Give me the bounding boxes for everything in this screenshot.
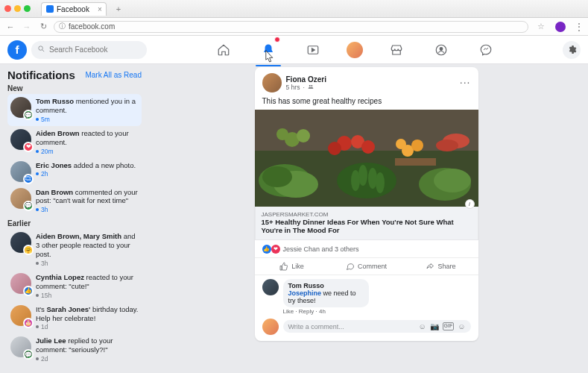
author-avatar[interactable] <box>262 73 282 93</box>
fb-logo[interactable]: f <box>7 40 27 60</box>
care-badge-icon: 🤗 <box>23 245 34 255</box>
like-button[interactable]: Like <box>255 258 329 275</box>
photo-badge-icon: ⿻ <box>23 174 34 184</box>
reaction-summary[interactable]: 👍 ❤ Jessie Chan and 3 others <box>262 245 471 254</box>
notification-item[interactable]: 💬 Tom Russo mentioned you in a comment. … <box>7 94 142 126</box>
feed: Fiona Ozeri 5 hrs · ··· This has some gr… <box>145 64 588 373</box>
nav-home-icon[interactable] <box>212 39 235 61</box>
comment-button[interactable]: Comment <box>329 258 404 275</box>
bookmark-star-icon[interactable]: ☆ <box>537 22 545 31</box>
comment-placeholder: Write a comment... <box>288 323 419 330</box>
notification-item[interactable]: ⿻ Eric Jones added a new photo. 2h <box>7 158 142 185</box>
post-image[interactable] <box>255 110 478 207</box>
comment-badge-icon: 💬 <box>23 201 34 211</box>
gif-icon[interactable]: GIF <box>443 322 455 330</box>
svg-point-29 <box>276 128 288 140</box>
window-maximize-button[interactable] <box>24 5 31 12</box>
notification-time: 2d <box>36 355 139 363</box>
author-name[interactable]: Fiona Ozeri <box>286 75 326 84</box>
svg-point-14 <box>368 168 377 189</box>
post-header: Fiona Ozeri 5 hrs · ··· <box>262 73 471 93</box>
browser-tab[interactable]: Facebook × <box>41 2 107 16</box>
link-domain: JASPERSMARKET.COM <box>262 211 472 218</box>
window-minimize-button[interactable] <box>14 5 21 12</box>
notification-time: 3h <box>36 206 139 213</box>
nav-center <box>151 39 558 61</box>
panel-title: Notifications <box>7 69 75 81</box>
search-input[interactable] <box>49 46 141 54</box>
link-title: 15+ Healthy Dinner Ideas For When You're… <box>262 218 472 235</box>
svg-point-16 <box>376 172 385 193</box>
info-icon[interactable]: i <box>465 199 475 209</box>
svg-point-5 <box>309 85 310 87</box>
commenter-name: Tom Russo <box>288 282 364 289</box>
address-bar[interactable]: ⓘ facebook.com <box>54 21 528 33</box>
nav-watch-icon[interactable] <box>302 39 324 61</box>
notification-item[interactable]: ❤ Aiden Brown reacted to your comment. 2… <box>7 126 142 158</box>
post-menu-button[interactable]: ··· <box>460 81 471 85</box>
comment-actions[interactable]: Like · Reply · 4h <box>283 308 391 315</box>
notification-text: Eric Jones added a new photo. <box>36 161 136 170</box>
svg-point-31 <box>436 140 458 151</box>
post-text: This has some great healthy recipes <box>262 97 471 105</box>
notification-text: It's Sarah Jones' birthday today. Help h… <box>36 305 139 323</box>
svg-point-28 <box>297 129 310 142</box>
svg-point-26 <box>434 169 471 192</box>
notifications-panel: Notifications Mark All as Read New 💬 Tom… <box>0 64 145 373</box>
comment-badge-icon: 💬 <box>23 110 34 120</box>
my-avatar[interactable] <box>262 319 279 335</box>
notification-item[interactable]: 👍 Cynthia Lopez reacted to your comment:… <box>7 270 142 302</box>
heart-badge-icon: ❤ <box>23 142 34 152</box>
browser-menu-button[interactable]: ⋮ <box>575 22 584 32</box>
nav-marketplace-icon[interactable] <box>385 39 408 61</box>
comment-text: Josephine we need to try these! <box>288 289 364 304</box>
svg-point-20 <box>361 140 375 154</box>
url-text: facebook.com <box>69 22 115 31</box>
notification-time: 2h <box>36 170 136 178</box>
emoji-icon[interactable]: ☺ <box>418 322 426 330</box>
cake-badge-icon: 🎂 <box>23 318 34 328</box>
svg-rect-24 <box>395 158 436 166</box>
sticker-icon[interactable]: ☺ <box>458 322 465 330</box>
notification-time: 20m <box>36 148 139 155</box>
notification-text: Aiden Brown, Mary Smith and 3 other peop… <box>36 232 139 259</box>
window-close-button[interactable] <box>4 5 11 12</box>
browser-toolbar: ← → ↻ ⓘ facebook.com ☆ ⋮ <box>0 18 588 36</box>
notification-item[interactable]: 💬 Julie Lee replied to your comment: "se… <box>7 333 142 366</box>
browser-forward-button[interactable]: → <box>21 21 33 33</box>
svg-point-4 <box>440 47 443 50</box>
camera-icon[interactable]: 📷 <box>430 322 439 330</box>
link-preview[interactable]: i JASPERSMARKET.COM 15+ Healthy Dinner I… <box>255 207 478 240</box>
settings-button[interactable] <box>563 41 581 59</box>
search-icon <box>37 45 45 54</box>
browser-reload-button[interactable]: ↻ <box>37 21 49 33</box>
nav-notifications-icon[interactable] <box>257 39 279 61</box>
svg-point-23 <box>396 139 406 149</box>
reaction-text: Jessie Chan and 3 others <box>283 245 359 253</box>
browser-back-button[interactable]: ← <box>4 21 16 33</box>
nav-messenger-icon[interactable] <box>475 39 497 61</box>
nav-groups-icon[interactable] <box>430 39 452 61</box>
notification-item[interactable]: 🤗 Aiden Brown, Mary Smith and 3 other pe… <box>7 229 142 270</box>
post-card: Fiona Ozeri 5 hrs · ··· This has some gr… <box>255 67 478 341</box>
notification-item[interactable]: 💬 Dan Brown commented on your post: "can… <box>7 185 142 217</box>
comment-bubble[interactable]: Tom Russo Josephine we need to try these… <box>283 279 370 307</box>
comment-input[interactable]: Write a comment... ☺ 📷 GIF ☺ <box>283 320 471 333</box>
notification-item[interactable]: 🎂 It's Sarah Jones' birthday today. Help… <box>7 302 142 334</box>
like-icon: 👍 <box>262 245 271 254</box>
privacy-icon <box>308 84 314 91</box>
commenter-avatar[interactable] <box>262 279 279 295</box>
tab-close-button[interactable]: × <box>98 5 102 13</box>
notification-time: 15h <box>36 292 139 299</box>
mark-all-read-button[interactable]: Mark All as Read <box>85 71 142 79</box>
browser-tab-title: Facebook <box>57 5 89 13</box>
share-button[interactable]: Share <box>404 258 478 275</box>
browser-profile-button[interactable] <box>555 22 566 32</box>
new-tab-button[interactable]: + <box>113 3 124 15</box>
svg-point-6 <box>311 85 312 87</box>
comment-item: Tom Russo Josephine we need to try these… <box>262 279 471 315</box>
nav-profile-avatar[interactable] <box>347 42 363 58</box>
search-field[interactable] <box>31 41 147 59</box>
svg-point-15 <box>351 170 360 191</box>
lock-icon: ⓘ <box>59 22 66 31</box>
